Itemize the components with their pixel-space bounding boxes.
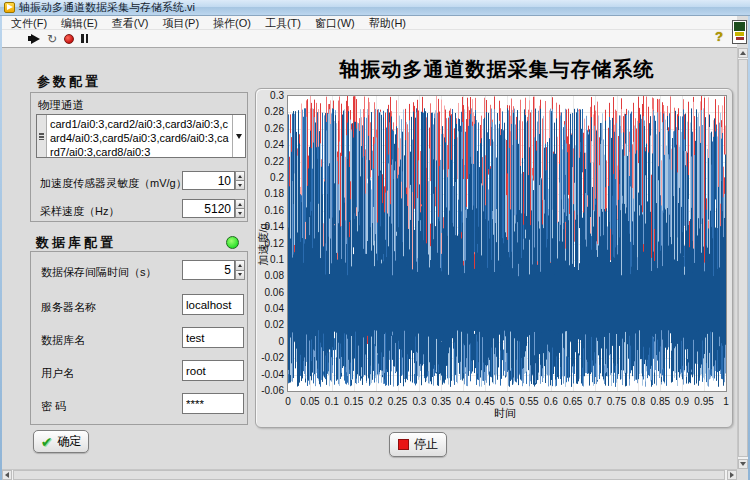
title-bar: 轴振动多通道数据采集与存储系统.vi	[0, 0, 750, 16]
abort-execution-icon[interactable]	[64, 34, 74, 44]
stop-button[interactable]: 停止	[389, 432, 447, 457]
menu-item-5[interactable]: 工具(T)	[258, 16, 308, 30]
x-axis-label: 时间	[455, 406, 555, 421]
dbname-input[interactable]	[182, 327, 244, 348]
window-title: 轴振动多通道数据采集与存储系统.vi	[19, 0, 195, 15]
menu-item-1[interactable]: 编辑(E)	[54, 16, 105, 30]
ok-button[interactable]: ✔ 确定	[33, 430, 89, 453]
scroll-left-icon[interactable]	[2, 470, 12, 480]
run-arrow-icon[interactable]	[31, 34, 40, 44]
y-tick-label: 0.16	[248, 205, 284, 216]
sample-rate-label: 采样速度（Hz）	[40, 204, 119, 219]
database-heading: 数据库配置	[36, 234, 116, 252]
pause-icon[interactable]	[81, 34, 88, 43]
physical-channel-input[interactable]: card1/ai0:3,card2/ai0:3,card3/ai0:3,card…	[36, 114, 246, 158]
username-label: 用户名	[41, 366, 74, 381]
menu-item-3[interactable]: 项目(P)	[155, 16, 206, 30]
spinner-up-icon[interactable]	[235, 171, 245, 181]
y-tick-label: 0.02	[248, 319, 284, 330]
y-tick-label: 0.2	[248, 172, 284, 183]
ok-button-label: 确定	[57, 433, 81, 450]
sample-rate-spinner[interactable]	[235, 199, 245, 218]
run-continuous-icon[interactable]: ↻	[47, 33, 57, 45]
help-icon[interactable]: ?	[715, 29, 723, 44]
y-tick-label: 0.18	[248, 188, 284, 199]
spinner-up-icon[interactable]	[235, 199, 245, 209]
waveform-canvas	[288, 96, 726, 391]
y-tick-label: 0.24	[248, 139, 284, 150]
horizontal-scroll-thumb[interactable]	[13, 470, 725, 480]
y-tick-label: 0.28	[248, 106, 284, 117]
save-interval-label: 数据保存间隔时间（s）	[41, 265, 157, 280]
spinner-down-icon[interactable]	[235, 271, 245, 281]
menu-item-6[interactable]: 窗口(W)	[308, 16, 362, 30]
y-tick-label: 0.04	[248, 303, 284, 314]
vertical-scroll-thumb[interactable]	[738, 59, 748, 457]
y-tick-label: 0	[248, 336, 284, 347]
username-input[interactable]	[182, 360, 244, 381]
database-status-led	[226, 236, 239, 249]
spinner-down-icon[interactable]	[235, 181, 245, 190]
y-tick-label: 0.3	[248, 90, 284, 101]
y-tick-label: 0.1	[248, 254, 284, 265]
io-selector-icon[interactable]	[37, 115, 47, 157]
menu-item-7[interactable]: 帮助(H)	[362, 16, 413, 30]
sample-rate-input[interactable]	[182, 199, 235, 218]
y-tick-label: 0.12	[248, 238, 284, 249]
physical-channel-label: 物理通道	[38, 98, 84, 113]
y-tick-label: -0.06	[248, 385, 284, 396]
page-title: 轴振动多通道数据采集与存储系统	[258, 56, 736, 83]
vertical-scrollbar[interactable]	[737, 48, 748, 469]
scroll-right-icon[interactable]	[727, 470, 737, 480]
menu-item-4[interactable]: 操作(O)	[206, 16, 258, 30]
window-border-left	[0, 0, 2, 480]
params-heading: 参数配置	[37, 73, 101, 91]
spinner-up-icon[interactable]	[235, 260, 245, 271]
labview-app-icon	[4, 2, 15, 13]
save-interval-input[interactable]	[182, 260, 235, 280]
vi-icon	[732, 20, 747, 44]
waveform-plot-area	[287, 95, 727, 392]
scroll-up-icon[interactable]	[738, 48, 748, 58]
y-tick-label: -0.02	[248, 352, 284, 363]
sensitivity-spinner[interactable]	[235, 171, 245, 190]
y-tick-label: 0.22	[248, 156, 284, 167]
physical-channel-value[interactable]: card1/ai0:3,card2/ai0:3,card3/ai0:3,card…	[47, 115, 232, 157]
spinner-down-icon[interactable]	[235, 209, 245, 218]
menu-item-0[interactable]: 文件(F)	[4, 16, 54, 30]
toolbar: ↻	[2, 30, 737, 48]
server-input[interactable]	[182, 294, 244, 315]
dbname-label: 数据库名	[41, 333, 85, 348]
chevron-down-icon[interactable]	[232, 115, 245, 157]
stop-square-icon	[398, 439, 409, 450]
server-label: 服务器名称	[41, 300, 96, 315]
y-tick-label: 0.06	[248, 287, 284, 298]
sensitivity-input[interactable]	[182, 171, 235, 190]
sensitivity-label: 加速度传感器灵敏度（mV/g）	[40, 176, 187, 191]
y-tick-label: -0.04	[248, 369, 284, 380]
save-interval-spinner[interactable]	[235, 260, 245, 280]
y-tick-label: 0.26	[248, 123, 284, 134]
scroll-down-icon[interactable]	[738, 459, 748, 469]
menu-item-2[interactable]: 查看(V)	[105, 16, 156, 30]
checkmark-icon: ✔	[41, 435, 53, 449]
y-tick-label: 0.08	[248, 270, 284, 281]
horizontal-scrollbar[interactable]	[2, 469, 737, 480]
password-label: 密 码	[41, 399, 66, 414]
menu-bar: 文件(F)编辑(E)查看(V)项目(P)操作(O)工具(T)窗口(W)帮助(H)	[2, 16, 737, 30]
stop-button-label: 停止	[414, 436, 438, 453]
y-tick-label: 0.14	[248, 221, 284, 232]
password-input[interactable]	[182, 393, 244, 414]
